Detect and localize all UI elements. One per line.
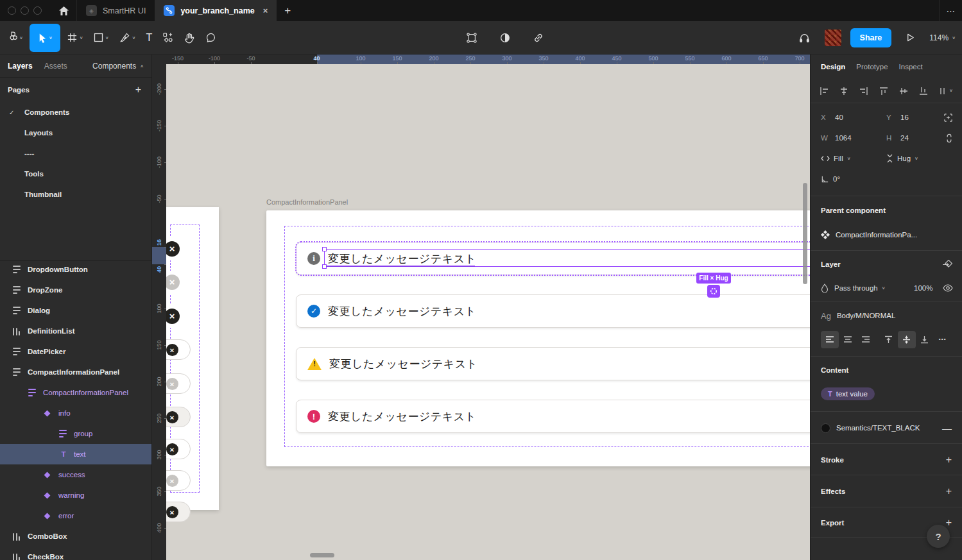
- horizontal-resizing-dropdown[interactable]: Fill ∨: [821, 155, 851, 162]
- w-value[interactable]: 1064: [835, 134, 881, 142]
- align-right-button[interactable]: [859, 87, 868, 96]
- layer-row-group[interactable]: group: [0, 423, 152, 444]
- tab-design[interactable]: Design: [821, 63, 845, 71]
- close-button-pill[interactable]: ×: [166, 237, 191, 260]
- tab-assets[interactable]: Assets: [44, 62, 67, 71]
- close-button-pill[interactable]: ×: [166, 439, 191, 459]
- text-valign-middle-button[interactable]: [898, 331, 916, 348]
- share-button[interactable]: Share: [850, 28, 892, 47]
- window-minimize-button[interactable]: [21, 6, 29, 15]
- align-left-button[interactable]: [820, 87, 829, 96]
- add-effect-button[interactable]: +: [946, 486, 952, 497]
- close-button-pill[interactable]: ×: [166, 305, 191, 328]
- resources-tool[interactable]: [157, 24, 178, 52]
- present-button[interactable]: [900, 24, 920, 52]
- tab-your-branch-name[interactable]: your_branch_name ×: [155, 0, 277, 21]
- tab-layers[interactable]: Layers: [8, 62, 33, 71]
- text-align-right-button[interactable]: [857, 331, 875, 348]
- page-item-----[interactable]: ----: [0, 143, 151, 164]
- layer-row-combobox[interactable]: ComboBox: [0, 526, 152, 547]
- align-top-button[interactable]: [879, 87, 888, 96]
- zoom-menu[interactable]: 114% ∨: [929, 33, 956, 42]
- home-button[interactable]: [51, 0, 76, 21]
- close-button-pill[interactable]: ×: [166, 339, 191, 360]
- constrain-proportions-button[interactable]: [945, 133, 953, 143]
- opacity-value[interactable]: 100%: [914, 284, 932, 292]
- align-bottom-button[interactable]: [919, 87, 928, 96]
- close-button-pill[interactable]: ×: [166, 470, 191, 491]
- layer-row-compactinformationpanel[interactable]: CompactInformationPanel: [0, 362, 152, 382]
- layer-row-dialog[interactable]: Dialog: [0, 300, 152, 321]
- tab-prototype[interactable]: Prototype: [856, 63, 888, 71]
- text-valign-bottom-button[interactable]: [916, 331, 934, 348]
- help-button[interactable]: ?: [927, 525, 950, 548]
- link-button[interactable]: [528, 24, 549, 52]
- new-tab-button[interactable]: +: [277, 4, 298, 17]
- user-avatar[interactable]: [825, 30, 841, 46]
- page-mode-selector[interactable]: Components ∧: [92, 62, 144, 71]
- fill-style-name[interactable]: Semantics/TEXT_BLACK: [836, 424, 920, 432]
- text-selection-box[interactable]: [324, 249, 810, 267]
- selection-handle[interactable]: [322, 247, 327, 251]
- layer-row-definitionlist[interactable]: DefinitionList: [0, 321, 152, 341]
- blend-mode-dropdown[interactable]: Pass through ∨: [834, 284, 886, 292]
- window-close-button[interactable]: [8, 6, 16, 15]
- layer-row-datepicker[interactable]: DatePicker: [0, 341, 152, 362]
- text-tool[interactable]: T: [141, 24, 157, 52]
- canvas[interactable]: CompactInformationPanel i変更したメッセージテキスト✓変…: [166, 64, 810, 560]
- layer-row-info[interactable]: info: [0, 403, 152, 423]
- page-item-thumbnail[interactable]: Thumbnail: [0, 184, 151, 205]
- auto-layout-chip[interactable]: [707, 285, 720, 298]
- x-value[interactable]: 40: [835, 114, 881, 121]
- flow-starting-point-button[interactable]: [942, 260, 953, 269]
- canvas-vertical-scrollbar[interactable]: [803, 183, 807, 284]
- add-page-button[interactable]: +: [135, 84, 144, 96]
- page-item-tools[interactable]: Tools: [0, 164, 151, 184]
- shape-tool[interactable]: ∨: [89, 24, 114, 52]
- frame-label[interactable]: CompactInformationPanel: [266, 198, 348, 206]
- hand-tool[interactable]: [178, 24, 200, 52]
- layer-row-dropzone[interactable]: DropZone: [0, 280, 152, 300]
- add-stroke-button[interactable]: +: [946, 454, 952, 466]
- mask-button[interactable]: [494, 24, 516, 52]
- y-value[interactable]: 16: [900, 114, 947, 121]
- tab-inspect[interactable]: Inspect: [899, 63, 923, 71]
- alert-card-success[interactable]: ✓変更したメッセージテキスト: [296, 294, 810, 328]
- canvas-horizontal-scrollbar[interactable]: [310, 553, 334, 557]
- move-tool[interactable]: ∨: [30, 24, 60, 52]
- alert-card-warning[interactable]: !変更したメッセージテキスト: [296, 347, 810, 380]
- layer-row-text[interactable]: Ttext: [0, 444, 152, 464]
- align-v-center-button[interactable]: [899, 87, 908, 96]
- distribute-button[interactable]: ∨: [939, 87, 953, 96]
- layer-row-checkbox[interactable]: CheckBox: [0, 547, 152, 560]
- layer-row-error[interactable]: error: [0, 505, 152, 526]
- text-valign-top-button[interactable]: [880, 331, 898, 348]
- window-menu-button[interactable]: ⋯: [940, 6, 962, 16]
- fill-color-swatch[interactable]: [821, 423, 830, 433]
- tab-smarthr-ui[interactable]: ◈ SmartHR UI: [76, 0, 155, 21]
- align-h-center-button[interactable]: [839, 87, 848, 96]
- content-property-pill[interactable]: T text value: [821, 387, 875, 400]
- visibility-toggle[interactable]: [943, 284, 953, 292]
- page-item-layouts[interactable]: Layouts: [0, 123, 151, 143]
- tab-close-button[interactable]: ×: [263, 6, 268, 15]
- add-export-button[interactable]: +: [946, 517, 952, 529]
- alert-card-error[interactable]: !変更したメッセージテキスト: [296, 400, 810, 433]
- close-button-pill[interactable]: ×: [166, 271, 191, 294]
- parent-component-row[interactable]: CompactInformationPa...: [821, 225, 952, 245]
- rotation-field[interactable]: 0°: [821, 175, 840, 183]
- text-align-center-button[interactable]: [839, 331, 857, 348]
- layer-row-compactinformationpanel[interactable]: CompactInformationPanel: [0, 382, 152, 403]
- remove-fill-button[interactable]: —: [942, 423, 952, 434]
- text-options-button[interactable]: ⋯: [934, 331, 952, 348]
- text-style-row[interactable]: Ag Body/M/NORMAL: [821, 302, 952, 329]
- close-button-pill[interactable]: ×: [166, 373, 191, 394]
- audio-button[interactable]: [793, 24, 816, 52]
- vertical-resizing-dropdown[interactable]: Hug ∨: [886, 154, 918, 163]
- close-button-pill[interactable]: ×: [166, 407, 191, 427]
- main-menu-button[interactable]: ∨: [4, 24, 28, 52]
- layer-row-dropdownbutton[interactable]: DropdownButton: [0, 260, 152, 280]
- layer-row-success[interactable]: success: [0, 464, 152, 485]
- page-item-components[interactable]: ✓Components: [0, 102, 151, 123]
- pen-tool[interactable]: ∨: [114, 24, 141, 52]
